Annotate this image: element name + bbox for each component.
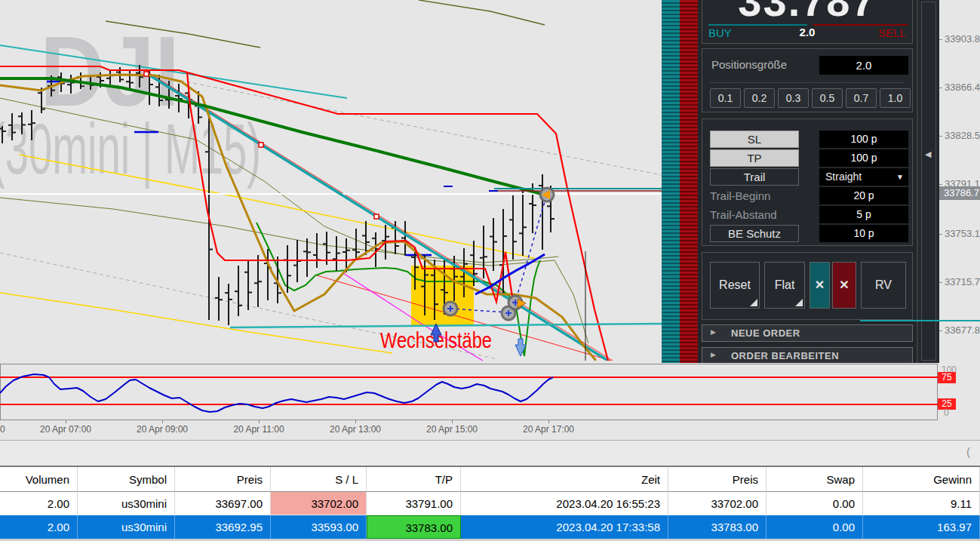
- trail-toggle-button[interactable]: Trail: [710, 168, 799, 186]
- trail-begin-field[interactable]: 20 p: [819, 187, 908, 204]
- position-size-label: Positionsgröße: [711, 58, 787, 71]
- size-preset-button-2[interactable]: 0.2: [744, 88, 775, 108]
- cell-tp: 33783.00: [367, 515, 461, 539]
- cell-swap: 0.00: [766, 492, 863, 515]
- size-preset-button-4[interactable]: 0.5: [812, 88, 843, 108]
- position-row-1[interactable]: 2.00 us30mini 33697.00 33702.00 33791.00…: [0, 492, 980, 515]
- scroll-handle-icon[interactable]: (: [966, 445, 970, 458]
- positions-table: Volumen Symbol Preis S / L T/P Zeit Prei…: [0, 466, 980, 541]
- oscillator-panel[interactable]: [0, 364, 938, 420]
- teal-striped-divider: [662, 0, 680, 363]
- indicator-level-75: 75: [938, 372, 956, 383]
- trail-distance-label: Trail-Abstand: [710, 206, 808, 223]
- close-buy-button[interactable]: ✕: [809, 262, 830, 309]
- rv-button[interactable]: RV: [861, 262, 906, 309]
- cell-price2: 33783.00: [668, 515, 766, 539]
- trail-begin-label: Trail-Beginn: [710, 187, 808, 204]
- time-tick: [66, 420, 66, 423]
- time-axis-label: 20 Apr 07:00: [28, 424, 103, 435]
- collapse-panel-arrow[interactable]: ◀: [925, 149, 931, 159]
- expand-arrow-icon: ▶: [711, 351, 716, 358]
- col-header-profit[interactable]: Gewinn: [863, 467, 980, 492]
- cell-price: 33697.00: [175, 492, 271, 515]
- trade-panel: 33.787 BUY 2.0 SELL Positionsgröße 2.0 0…: [698, 0, 917, 363]
- collapse-strip-track: [921, 2, 936, 361]
- cell-symbol: us30mini: [78, 515, 175, 539]
- current-price-tag: 33786.7: [939, 186, 980, 200]
- time-tick: [548, 420, 549, 423]
- time-axis-label: 20 Apr 15:00: [414, 424, 490, 435]
- col-header-swap[interactable]: Swap: [766, 467, 863, 492]
- position-size-input[interactable]: 2.0: [819, 56, 908, 75]
- col-header-time[interactable]: Zeit: [461, 467, 668, 492]
- col-header-price[interactable]: Preis: [175, 467, 271, 492]
- edit-order-label: ORDER BEARBEITEN: [731, 350, 839, 361]
- edit-order-section-header[interactable]: ▶ ORDER BEARBEITEN: [702, 347, 913, 363]
- be-protect-button[interactable]: BE Schutz: [710, 225, 799, 242]
- teal-trendline-overlay: [860, 320, 980, 321]
- cell-price2: 33702.00: [668, 492, 766, 515]
- price-chart[interactable]: DJI (30mini | M15) Wechselstäbe: [0, 0, 662, 361]
- sl-toggle-button[interactable]: SL: [710, 131, 799, 148]
- cell-symbol: us30mini: [78, 492, 175, 515]
- reset-button[interactable]: Reset: [710, 262, 760, 309]
- panel-collapse-strip: ◀: [917, 0, 939, 363]
- position-row-2-selected[interactable]: 2.00 us30mini 33692.95 33593.00 33783.00…: [0, 515, 980, 539]
- quote-box: 33.787 BUY 2.0 SELL: [702, 0, 913, 44]
- time-axis-label: 20 Apr 09:00: [124, 424, 200, 435]
- size-preset-button-1[interactable]: 0.1: [710, 88, 741, 108]
- cell-time: 2023.04.20 17:33:58: [461, 515, 668, 539]
- price-axis[interactable]: 33903.8 33866.4 33828.5 33791.1 33753.1 …: [939, 0, 980, 363]
- time-tick: [452, 420, 453, 423]
- new-order-section-header[interactable]: ▶ NEUE ORDER: [702, 324, 913, 342]
- cell-volume: 2.00: [0, 492, 78, 515]
- big-price-display: 33.787: [702, 0, 912, 20]
- size-preset-button-3[interactable]: 0.3: [778, 88, 809, 108]
- col-header-tp[interactable]: T/P: [367, 467, 461, 492]
- time-tick: [355, 420, 356, 423]
- cell-price: 33692.95: [175, 515, 271, 539]
- trail-mode-dropdown[interactable]: Straight▼: [819, 168, 908, 186]
- cell-tp: 33791.00: [367, 492, 461, 515]
- col-header-symbol[interactable]: Symbol: [78, 467, 175, 492]
- time-tick: [162, 420, 163, 423]
- time-axis-label: 20 Apr 11:00: [221, 424, 296, 435]
- cell-volume: 2.00: [0, 515, 78, 539]
- panel-separator: (: [0, 440, 980, 466]
- col-header-price2[interactable]: Preis: [668, 467, 766, 492]
- sl-tp-trail-box: SL 100 p TP 100 p Trail Straight▼ Trail-…: [702, 118, 913, 246]
- cell-sl: 33702.00: [271, 492, 367, 515]
- col-header-volume[interactable]: Volumen: [0, 467, 78, 492]
- time-tick: [259, 420, 260, 423]
- new-order-label: NEUE ORDER: [731, 327, 800, 339]
- col-header-sl[interactable]: S / L: [271, 467, 367, 492]
- position-size-box: Positionsgröße 2.0 0.1 0.2 0.3 0.5 0.7 1…: [702, 48, 913, 112]
- size-preset-button-5[interactable]: 0.7: [846, 88, 877, 108]
- cell-swap: 0.00: [766, 515, 863, 539]
- sell-button[interactable]: SELL: [878, 26, 906, 39]
- time-axis-label: 20 Apr 17:00: [511, 424, 586, 435]
- flat-button[interactable]: Flat: [764, 262, 805, 309]
- red-striped-divider: [680, 0, 698, 363]
- action-buttons-box: Reset Flat ✕ ✕ RV: [702, 252, 913, 320]
- sl-value-field[interactable]: 100 p: [819, 131, 908, 148]
- be-protect-field[interactable]: 10 p: [819, 225, 908, 242]
- trail-distance-field[interactable]: 5 p: [819, 206, 908, 223]
- close-sell-button[interactable]: ✕: [832, 262, 856, 309]
- size-preset-button-6[interactable]: 1.0: [880, 88, 911, 108]
- time-axis-label: 0: [0, 424, 11, 435]
- trading-platform-window: DJI (30mini | M15) Wechselstäbe 33.787 B…: [0, 0, 980, 541]
- indicator-level-0: 0: [944, 407, 949, 418]
- time-axis-label: 20 Apr 13:00: [318, 424, 393, 435]
- cell-sl: 33593.00: [271, 515, 367, 539]
- tp-value-field[interactable]: 100 p: [819, 149, 908, 167]
- tp-toggle-button[interactable]: TP: [710, 149, 799, 167]
- table-header-row[interactable]: Volumen Symbol Preis S / L T/P Zeit Prei…: [0, 467, 980, 492]
- cell-profit: 9.11: [863, 492, 980, 515]
- cell-time: 2023.04.20 16:55:23: [461, 492, 668, 515]
- divider: [710, 82, 905, 83]
- expand-arrow-icon: ▶: [711, 328, 716, 336]
- cell-profit: 163.97: [863, 515, 980, 539]
- chevron-down-icon: ▼: [896, 168, 904, 186]
